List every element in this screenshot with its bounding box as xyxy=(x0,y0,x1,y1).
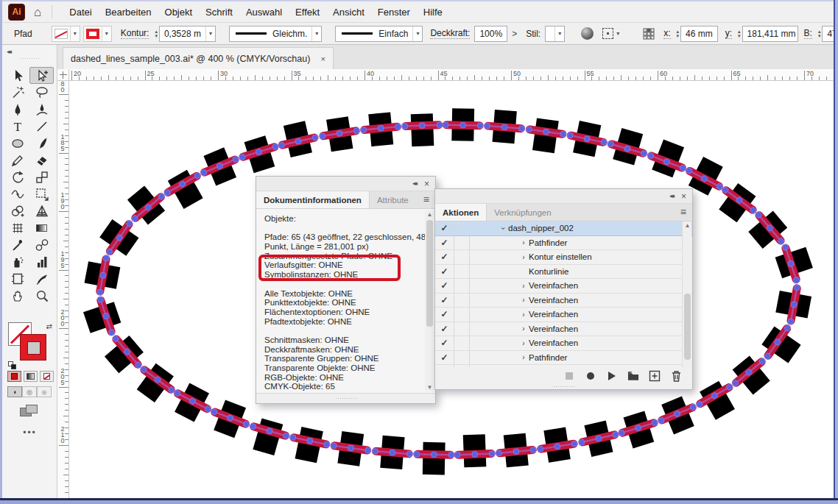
panel-menu-icon[interactable]: ≡ xyxy=(680,206,686,218)
opacity-value[interactable]: 100% xyxy=(475,29,507,39)
dash-artwork-element[interactable] xyxy=(563,118,610,158)
tab-dokumentinformationen[interactable]: Dokumentinformationen xyxy=(256,191,370,208)
opacity-field[interactable]: 100% xyxy=(474,26,507,42)
rotate-tool[interactable] xyxy=(5,168,29,185)
stroke-weight-stepper[interactable]: ▴▾ xyxy=(155,29,158,38)
dash-artwork-element[interactable] xyxy=(166,379,218,427)
scroll-down-icon[interactable]: ▼ xyxy=(425,383,434,391)
dash-artwork-element[interactable] xyxy=(643,136,693,181)
action-row-pathfinder[interactable]: ✓›Pathfinder xyxy=(435,236,692,251)
menu-auswahl[interactable]: Auswahl xyxy=(239,4,289,21)
dash-artwork-element[interactable] xyxy=(575,419,622,459)
draw-normal-icon[interactable]: ◖ xyxy=(7,386,22,397)
action-row-vereinfachen[interactable]: ✓›Vereinfachen xyxy=(435,294,692,308)
recolor-artwork-icon[interactable] xyxy=(577,26,598,42)
vertical-scrollbar[interactable]: ▲ ▼ xyxy=(682,221,691,373)
dash-artwork-element[interactable] xyxy=(328,430,374,467)
action-dialog-toggle-column[interactable] xyxy=(454,221,470,235)
brush-definition-dropdown[interactable]: Einfach ▾ xyxy=(335,26,423,42)
tools-drag-grip[interactable] xyxy=(20,57,39,60)
action-dialog-toggle-column[interactable] xyxy=(454,265,470,279)
hand-tool[interactable] xyxy=(5,287,29,304)
y-position-value[interactable]: 181,411 mm xyxy=(743,29,800,39)
dash-artwork-element[interactable] xyxy=(244,416,292,458)
action-enabled-check-icon[interactable]: ✓ xyxy=(435,322,454,336)
dash-artwork-element[interactable] xyxy=(652,392,703,438)
chevron-down-icon[interactable]: ▾ xyxy=(70,26,80,41)
dash-artwork-element[interactable] xyxy=(205,397,255,441)
menu-hilfe[interactable]: Hilfe xyxy=(417,4,449,21)
width-stepper[interactable]: ▴▾ xyxy=(818,29,821,38)
x-position-label[interactable]: x: xyxy=(663,28,670,39)
expand-chevron-down-icon[interactable]: › xyxy=(499,223,507,233)
paintbrush-tool[interactable] xyxy=(29,135,54,152)
opacity-label[interactable]: Deckkraft: xyxy=(430,28,470,39)
panel-resize-bar[interactable] xyxy=(435,385,692,389)
default-fill-stroke-icon[interactable] xyxy=(8,361,16,369)
y-position-label[interactable]: y: xyxy=(725,28,732,39)
dash-artwork-element[interactable] xyxy=(442,108,484,141)
none-button[interactable] xyxy=(40,371,54,382)
scroll-up-icon[interactable]: ▲ xyxy=(683,221,692,230)
action-dialog-toggle-column[interactable] xyxy=(454,351,470,365)
magic-wand-tool[interactable] xyxy=(5,84,29,101)
action-row-dash-nipper-002[interactable]: ✓›dash_nipper_002 xyxy=(435,221,692,236)
type-tool[interactable]: T xyxy=(5,118,29,135)
ellipse-tool[interactable] xyxy=(5,135,29,152)
symbol-sprayer-tool[interactable] xyxy=(5,253,29,270)
action-enabled-check-icon[interactable]: ✓ xyxy=(435,351,454,365)
width-field[interactable]: 47,089 m xyxy=(822,26,834,42)
shaper-tool[interactable] xyxy=(5,152,29,168)
horizontal-ruler[interactable]: 2025303540455055606570 xyxy=(69,69,834,81)
illustrator-app-icon[interactable]: Ai xyxy=(8,4,25,21)
selection-tool[interactable] xyxy=(5,67,29,84)
scrollbar-thumb[interactable] xyxy=(684,294,691,360)
action-enabled-check-icon[interactable]: ✓ xyxy=(435,294,454,308)
stop-icon[interactable] xyxy=(563,370,575,382)
action-enabled-check-icon[interactable]: ✓ xyxy=(435,236,454,250)
action-dialog-toggle-column[interactable] xyxy=(454,279,470,293)
record-icon[interactable] xyxy=(585,370,596,382)
expand-chevron-right-icon[interactable]: › xyxy=(518,238,529,246)
menu-objekt[interactable]: Objekt xyxy=(158,4,200,21)
dash-artwork-element[interactable] xyxy=(604,125,652,168)
menu-datei[interactable]: Datei xyxy=(63,4,98,21)
chevron-down-icon[interactable]: ▾ xyxy=(412,26,422,41)
menu-ansicht[interactable]: Ansicht xyxy=(326,4,371,21)
stroke-weight-field[interactable]: 0,3528 m ▾ xyxy=(159,26,216,42)
home-icon[interactable]: ⌂ xyxy=(34,6,41,18)
action-row-konturlinie[interactable]: ✓Konturlinie xyxy=(435,265,692,280)
eyedropper-tool[interactable] xyxy=(5,236,29,253)
tab-verknuepfungen[interactable]: Verknüpfungen xyxy=(487,204,558,221)
action-enabled-check-icon[interactable]: ✓ xyxy=(435,279,454,293)
stroke-color-button[interactable]: ▾ xyxy=(83,26,112,42)
chevron-down-icon[interactable]: ▾ xyxy=(554,26,564,41)
expand-chevron-right-icon[interactable]: › xyxy=(518,310,529,319)
width-value[interactable]: 47,089 m xyxy=(823,29,834,39)
zoom-tool[interactable] xyxy=(29,287,54,304)
x-stepper[interactable]: ▴▾ xyxy=(677,29,680,38)
line-segment-tool[interactable] xyxy=(29,118,54,135)
action-enabled-check-icon[interactable]: ✓ xyxy=(435,250,454,264)
action-dialog-toggle-column[interactable] xyxy=(454,336,470,350)
chevron-down-icon[interactable]: ▾ xyxy=(311,26,321,41)
x-position-field[interactable]: 46 mm xyxy=(680,26,718,42)
scale-tool[interactable] xyxy=(29,168,54,185)
chevron-down-icon[interactable]: ▾ xyxy=(102,26,111,41)
column-graph-tool[interactable] xyxy=(29,253,54,270)
collapse-tools-icon[interactable]: ◂◂ xyxy=(7,48,10,55)
action-row-pathfinder[interactable]: ✓›Pathfinder xyxy=(435,351,692,366)
blend-tool[interactable] xyxy=(29,236,54,253)
chevron-down-icon[interactable]: ▾ xyxy=(205,26,215,41)
expand-chevron-right-icon[interactable]: › xyxy=(518,296,529,304)
dash-artwork-element[interactable] xyxy=(359,111,403,147)
color-button[interactable] xyxy=(7,371,21,382)
stroke-weight-value[interactable]: 0,3528 m xyxy=(160,29,205,39)
dash-artwork-element[interactable] xyxy=(483,109,527,144)
play-icon[interactable] xyxy=(606,370,618,382)
draw-behind-icon[interactable]: ◎ xyxy=(22,386,37,397)
perspective-grid-tool[interactable] xyxy=(29,202,54,219)
fill-color-button[interactable]: ▾ xyxy=(52,26,80,42)
bounding-box-options-icon[interactable]: ▾ xyxy=(598,26,627,42)
draw-inside-icon[interactable]: ◉ xyxy=(37,386,52,397)
